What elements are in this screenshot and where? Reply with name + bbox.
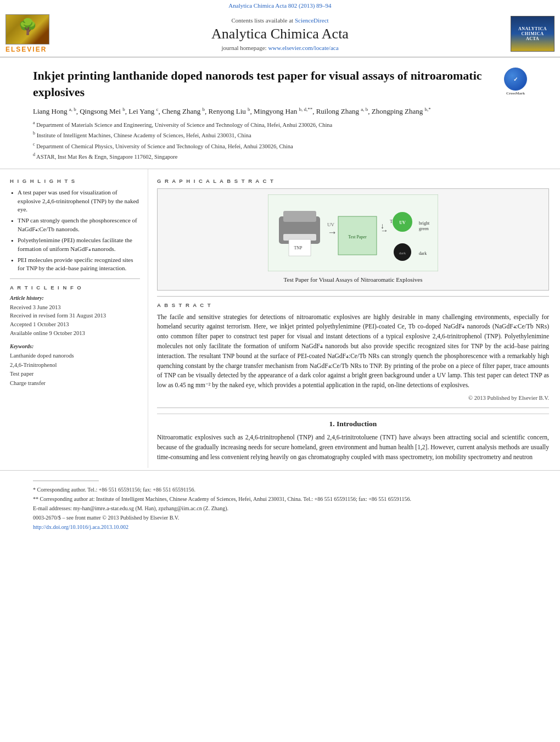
journal-contents-line: Contents lists available at ScienceDirec… <box>60 17 500 24</box>
svg-text:→: → <box>327 227 337 238</box>
keywords-section: Keywords: Lanthanide doped nanorods 2,4,… <box>10 343 140 388</box>
article-title-block: Inkjet printing lanthanide doped nanorod… <box>33 68 527 100</box>
section-divider-2 <box>157 296 549 297</box>
crossmark-label: CrossMark <box>506 91 525 96</box>
aca-logo-text: ANALYTICACHIMICAACTA <box>518 26 547 41</box>
highlights-header: H I G H L I G H T S <box>10 178 140 184</box>
page-wrapper: Analytica Chimica Acta 802 (2013) 89–94 … <box>0 0 560 742</box>
history-label: Article history: <box>10 295 140 301</box>
received-row: Received 3 June 2013 <box>10 303 140 312</box>
intro-title: 1. Introduction <box>157 420 549 428</box>
footer-divider <box>33 481 99 481</box>
abstract-header: A B S T R A C T <box>157 302 549 308</box>
journal-ref-text: Analytica Chimica Acta 802 (2013) 89–94 <box>228 2 331 9</box>
footer-doi-line[interactable]: http://dx.doi.org/10.1016/j.aca.2013.10.… <box>33 523 527 531</box>
contents-available-label: Contents lists available at <box>231 17 293 24</box>
svg-text:dark: dark <box>399 251 406 255</box>
highlight-item-1: A test paper was used for visualization … <box>10 188 140 214</box>
affiliation-d: d ASTAR, Inst Mat Res & Engn, Singapore … <box>33 152 527 161</box>
elsevier-text: ELSEVIER <box>5 46 47 53</box>
journal-title-header: Analytica Chimica Acta <box>60 26 500 42</box>
section-divider-1 <box>10 278 140 279</box>
journal-ref-line: Analytica Chimica Acta 802 (2013) 89–94 <box>0 0 560 10</box>
journal-center: Contents lists available at ScienceDirec… <box>55 17 505 51</box>
svg-text:green: green <box>419 226 429 231</box>
sciencedirect-link[interactable]: ScienceDirect <box>295 17 329 24</box>
abstract-text: The facile and sensitive strategies for … <box>157 313 549 391</box>
introduction-section: 1. Introduction Nitroaromatic explosives… <box>157 414 549 462</box>
elsevier-logo-image <box>5 14 49 44</box>
article-header: Inkjet printing lanthanide doped nanorod… <box>0 58 560 169</box>
accepted-row: Accepted 1 October 2013 <box>10 320 140 329</box>
aca-logo-box: ANALYTICACHIMICAACTA <box>511 16 555 52</box>
graphical-abstract-svg: TNP → UV Test Paper → TNP ↓ <box>268 194 438 271</box>
available-row: Available online 9 October 2013 <box>10 329 140 338</box>
homepage-label: journal homepage: <box>221 44 266 51</box>
graphical-abstract-header: G R A P H I C A L A B S T R A C T <box>157 178 549 184</box>
crossmark-symbol: ✓ <box>513 76 518 82</box>
article-info-header: A R T I C L E I N F O <box>10 284 140 291</box>
footer-corresponding-1: * Corresponding author. Tel.: +86 551 65… <box>33 486 527 494</box>
intro-text: Nitroaromatic explosives such as 2,4,6-t… <box>157 433 549 462</box>
highlight-item-2: TNP can strongly quench the phosphoresce… <box>10 216 140 233</box>
keyword-3: Test paper <box>10 370 140 379</box>
elsevier-logo: ELSEVIER <box>5 14 55 53</box>
highlight-item-3: Polyethylenimine (PEI) molecules facilit… <box>10 236 140 253</box>
highlights-list: A test paper was used for visualization … <box>10 188 140 273</box>
footer-email-note: E-mail addresses: my-han@imre.a-star.edu… <box>33 504 527 512</box>
article-body: H I G H L I G H T S A test paper was use… <box>0 169 560 467</box>
svg-text:Test Paper: Test Paper <box>348 235 367 239</box>
affiliations-block: a Department of Materials Science and En… <box>33 120 527 161</box>
journal-homepage: journal homepage: www.elsevier.com/locat… <box>60 44 500 51</box>
crossmark-icon[interactable]: ✓ <box>504 68 527 91</box>
affiliation-c: c Department of Chemical Physics, Univer… <box>33 141 527 150</box>
svg-text:TNP: TNP <box>294 246 303 250</box>
svg-text:↓: ↓ <box>380 222 384 230</box>
section-divider-3 <box>157 408 549 408</box>
keyword-1: Lanthanide doped nanorods <box>10 352 140 361</box>
svg-text:dark: dark <box>419 251 427 256</box>
keyword-2: 2,4,6-Trinitrophenol <box>10 361 140 370</box>
affiliation-b: b Institute of Intelligent Machines, Chi… <box>33 130 527 140</box>
svg-rect-2 <box>283 211 316 222</box>
highlights-section: H I G H L I G H T S A test paper was use… <box>10 178 140 273</box>
copyright-line: © 2013 Published by Elsevier B.V. <box>157 395 549 401</box>
affiliation-a: a Department of Materials Science and En… <box>33 120 527 129</box>
footer-doi-text: http://dx.doi.org/10.1016/j.aca.2013.10.… <box>33 524 128 530</box>
keyword-4: Charge transfer <box>10 379 140 388</box>
authors-text: Liang Hong a, b, Qingsong Mei b, Lei Yan… <box>33 107 431 115</box>
abstract-section: A B S T R A C T The facile and sensitive… <box>157 302 549 401</box>
footer-area: * Corresponding author. Tel.: +86 551 65… <box>0 470 560 538</box>
graphical-abstract-section: G R A P H I C A L A B S T R A C T TNP <box>157 178 549 290</box>
journal-logo-right: ANALYTICACHIMICAACTA <box>505 16 555 52</box>
svg-text:UV: UV <box>399 220 406 225</box>
journal-header: ELSEVIER Contents lists available at Sci… <box>0 10 560 58</box>
highlight-item-4: PEI molecules provide specific recognize… <box>10 256 140 273</box>
svg-text:UV: UV <box>327 222 334 227</box>
graphical-abstract-box: TNP → UV Test Paper → TNP ↓ <box>157 188 549 290</box>
article-info-section: A R T I C L E I N F O Article history: R… <box>10 284 140 338</box>
received-revised-row: Received in revised form 31 August 2013 <box>10 311 140 320</box>
ga-caption-text: Test Paper for Visual Assays of Nitroaro… <box>284 276 423 283</box>
article-title-text: Inkjet printing lanthanide doped nanorod… <box>33 68 504 100</box>
svg-text:bright: bright <box>419 221 430 226</box>
left-column: H I G H L I G H T S A test paper was use… <box>0 169 148 467</box>
footer-issn-line: 0003-2670/$ – see front matter © 2013 Pu… <box>33 514 527 522</box>
footer-corresponding-2: ** Corresponding author at: Institute of… <box>33 495 527 503</box>
authors-line: Liang Hong a, b, Qingsong Mei b, Lei Yan… <box>33 105 527 116</box>
crossmark-block: ✓ CrossMark <box>504 68 527 96</box>
graphical-abstract-caption: Test Paper for Visual Assays of Nitroaro… <box>284 276 423 284</box>
keywords-label: Keywords: <box>10 343 140 349</box>
homepage-url[interactable]: www.elsevier.com/locate/aca <box>268 44 338 51</box>
right-column: G R A P H I C A L A B S T R A C T TNP <box>148 169 560 467</box>
